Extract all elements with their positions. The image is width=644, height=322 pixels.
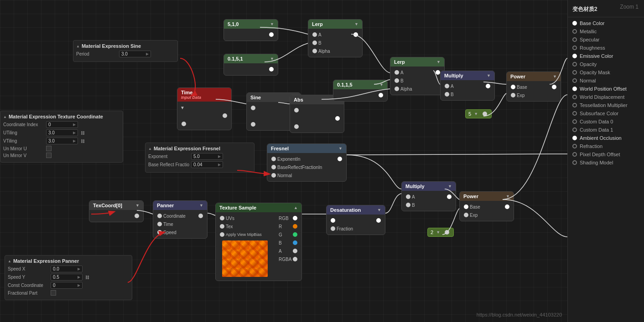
node-lerp1-header: Lerp ▼ — [308, 20, 362, 29]
right-label-14: Ambient Occlusion — [580, 135, 622, 141]
exponent-input[interactable]: 5.0 ▶ — [191, 153, 223, 160]
right-panel-item-2[interactable]: Specular — [568, 36, 644, 44]
right-panel-item-13[interactable]: Custom Data 1 — [568, 126, 644, 134]
node-multiply1-out-pin — [486, 84, 490, 88]
right-panel-item-12[interactable]: Custom Data 0 — [568, 118, 644, 126]
node-fresnel-exp: ExponentIn — [267, 155, 346, 163]
right-panel-item-11[interactable]: Subsurface Color — [568, 109, 644, 118]
node-texcoord-header: TexCoord[0] ▼ — [89, 201, 143, 210]
const-coord-input[interactable]: 0 ▶ — [51, 282, 83, 289]
node-num2-arrow: ▼ — [436, 230, 440, 235]
unmirror-u-checkbox[interactable] — [46, 146, 52, 151]
right-panel-item-5[interactable]: Opacity — [568, 60, 644, 68]
coord-index-input[interactable]: 0 ▶ — [46, 121, 78, 128]
right-panel-item-15[interactable]: Refraction — [568, 142, 644, 150]
node-lerp2[interactable]: Lerp ▼ A B Alpha — [390, 57, 445, 95]
right-panel-item-0[interactable]: Base Color — [568, 19, 644, 27]
node-multiply2-a: A — [402, 193, 456, 201]
node-lerp1[interactable]: Lerp ▼ A B Alpha — [308, 19, 363, 57]
speedx-label: Speed X — [8, 266, 49, 271]
sine-period-input[interactable]: 3.0 ▶ — [119, 51, 151, 57]
coord-index-label: Coordinate Index — [3, 122, 44, 127]
exponent-row: Exponent 5.0 ▶ — [148, 153, 251, 160]
node-power1-exp: Exp — [507, 91, 561, 99]
node-power2[interactable]: Power ▼ Base Exp — [459, 191, 514, 221]
node-power2-base-pin — [464, 204, 468, 209]
right-pin-16 — [572, 152, 577, 157]
right-label-13: Custom Data 1 — [580, 127, 613, 133]
node-multiply2-label: Multiply — [405, 184, 425, 189]
right-panel-item-9[interactable]: World Displacement — [568, 93, 644, 101]
right-panel-item-4[interactable]: Emissive Color — [568, 52, 644, 60]
node-num2[interactable]: 2 ▼ — [427, 228, 454, 237]
node-abs-label: Abs — [294, 97, 303, 102]
node-abs-in-pin — [294, 108, 299, 112]
base-reflect-input[interactable]: 0.04 ▶ — [191, 161, 223, 168]
node-desat-in — [327, 216, 385, 225]
node-texsample-uvs: UVs — [216, 214, 274, 222]
right-label-7: Normal — [580, 78, 596, 83]
node-abs-bot-pin — [294, 124, 299, 129]
node-texcoord-out-pin — [135, 214, 139, 218]
node-011-label: 0.1,1,5 — [337, 82, 353, 87]
const-coord-row: Const Coordinate 0 ▶ — [8, 282, 129, 289]
node-desat[interactable]: Desaturation ▼ Fraction — [326, 205, 385, 235]
right-panel-item-7[interactable]: Normal — [568, 77, 644, 85]
node-011-out-pin — [379, 93, 383, 97]
node-multiply1-a-pin — [445, 84, 449, 88]
right-pin-14 — [572, 136, 577, 140]
node-sine-in-pin — [251, 106, 255, 110]
vtiling-input[interactable]: 3.0 ▶ — [46, 138, 78, 144]
node-multiply2[interactable]: Multiply ▼ A B — [401, 181, 456, 211]
utiling-link-icon: ⛓ — [81, 131, 85, 135]
node-510[interactable]: 5,1,0 ▼ — [223, 19, 278, 41]
node-time[interactable]: Time Input Data ▼ — [177, 87, 232, 130]
node-num5[interactable]: 5 ▼ — [465, 109, 492, 118]
node-desat-label: Desaturation — [330, 207, 361, 213]
right-panel-item-6[interactable]: Opacity Mask — [568, 68, 644, 77]
texcoord-expr-title: Material Expression Texture Coordinate — [3, 114, 120, 119]
right-panel-item-14[interactable]: Ambient Occlusion — [568, 134, 644, 142]
node-num2-out-pin — [445, 230, 449, 235]
node-texsample[interactable]: Texture Sample ▲ UVs Tex Apply View MipB… — [215, 203, 302, 281]
right-pin-17 — [572, 160, 577, 165]
right-label-4: Emissive Color — [580, 53, 613, 59]
utiling-input[interactable]: 3.0 ▶ — [46, 129, 78, 136]
node-power1[interactable]: Power ▼ Base Exp — [506, 72, 561, 102]
node-fresnel[interactable]: Fresnel ▼ ExponentIn BaseReflectFraction… — [267, 143, 347, 182]
right-panel-item-10[interactable]: Tessellation Multiplier — [568, 101, 644, 109]
node-desat-frac: Fraction — [327, 225, 385, 233]
node-abs-out-pin — [335, 116, 340, 121]
node-abs-bot — [290, 123, 344, 131]
node-multiply1-arrow: ▼ — [487, 73, 491, 78]
utiling-label: UTiling — [3, 130, 44, 135]
node-multiply2-arrow: ▼ — [448, 184, 452, 189]
right-panel-item-1[interactable]: Metallic — [568, 27, 644, 36]
node-texsample-rgb: RGB — [276, 214, 301, 222]
base-reflect-row: Base Reflect Fractio 0.04 ▶ — [148, 161, 251, 168]
right-panel-item-16[interactable]: Pixel Depth Offset — [568, 150, 644, 158]
right-pin-2 — [572, 37, 577, 42]
node-abs-in — [290, 106, 344, 114]
node-time-out — [177, 112, 231, 120]
sine-expr-title: Material Expression Sine — [76, 43, 175, 49]
node-texcoord[interactable]: TexCoord[0] ▼ — [89, 200, 144, 222]
node-lerp2-b-pin — [395, 78, 399, 83]
frac-part-checkbox[interactable] — [51, 290, 56, 296]
speedx-input[interactable]: 0.0 ▶ — [51, 266, 83, 272]
node-011[interactable]: 0.1,1,5 ▼ — [333, 80, 388, 102]
node-texcoord-out — [89, 212, 143, 220]
node-multiply1[interactable]: Multiply ▼ A B — [440, 71, 495, 101]
node-015[interactable]: 0.1,5,1 ▼ — [223, 54, 278, 76]
right-panel-item-3[interactable]: Roughness — [568, 44, 644, 52]
speedy-input[interactable]: 0.5 ▶ — [51, 274, 83, 281]
right-panel-item-17[interactable]: Shading Model — [568, 158, 644, 167]
node-power2-exp-pin — [464, 213, 468, 217]
node-desat-in-pin — [331, 218, 335, 223]
right-panel-item-8[interactable]: World Position Offset — [568, 85, 644, 93]
node-lerp2-arrow: ▼ — [436, 60, 441, 64]
node-lerp1-alpha: Alpha — [308, 47, 362, 55]
node-panner[interactable]: Panner ▼ Coordinate Time Speed — [153, 200, 208, 239]
node-fresnel-normal: Normal — [267, 171, 346, 179]
unmirror-v-checkbox[interactable] — [46, 153, 52, 158]
